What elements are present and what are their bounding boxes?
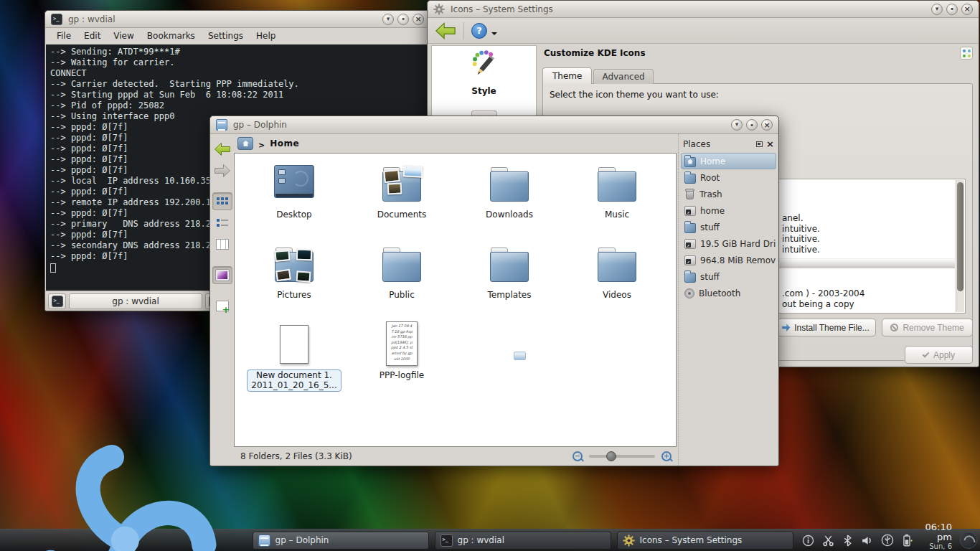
taskbar-task[interactable]: gp : wvdial xyxy=(435,532,611,550)
tab-bar: Theme Advanced xyxy=(542,67,654,84)
taskbar-task[interactable]: gp – Dolphin xyxy=(253,532,429,550)
volume-icon[interactable] xyxy=(861,534,873,547)
file-item[interactable]: Downloads xyxy=(456,161,563,241)
terminal-titlebar[interactable]: gp : wvdial xyxy=(45,11,430,28)
bluetooth-icon[interactable] xyxy=(842,534,853,547)
preview-icon xyxy=(216,270,229,281)
split-view-button[interactable] xyxy=(212,297,232,315)
terminal-menubar: FileEditViewBookmarksSettingsHelp xyxy=(45,28,430,44)
battery-icon[interactable] xyxy=(902,534,913,547)
close-button[interactable] xyxy=(413,14,424,25)
dolphin-file-view[interactable]: DesktopDocumentsDownloadsMusicPicturesPu… xyxy=(234,153,677,447)
scrollbar[interactable] xyxy=(956,180,964,312)
place-item[interactable]: home xyxy=(681,202,776,219)
place-item[interactable]: Root xyxy=(681,169,776,186)
place-item[interactable]: stuff xyxy=(681,219,776,235)
preview-button[interactable] xyxy=(212,266,232,284)
desktop-icon xyxy=(271,161,317,207)
system-tray xyxy=(802,534,913,547)
forward-button[interactable] xyxy=(212,161,232,179)
dolphin-window-controls xyxy=(731,119,773,131)
file-item[interactable]: New document 1. 2011_01_20_16_5... xyxy=(240,321,348,402)
place-item[interactable]: 964.8 MiB Remov... xyxy=(681,252,776,268)
place-item-label: stuff xyxy=(700,272,720,282)
icons-view-button[interactable] xyxy=(212,192,232,210)
place-item-label: Home xyxy=(700,156,725,166)
digital-clock[interactable]: 06:10 pm Sun, 6 Feb xyxy=(925,522,952,551)
close-panel-icon[interactable] xyxy=(766,139,774,149)
place-item[interactable]: 19.5 GiB Hard Drive xyxy=(681,235,776,252)
remove-theme-button[interactable]: Remove Theme xyxy=(882,319,973,336)
zoom-out-button[interactable] xyxy=(573,451,583,461)
new-tab-button[interactable] xyxy=(48,293,66,309)
file-item[interactable]: Templates xyxy=(456,241,563,321)
home-icon[interactable] xyxy=(237,137,253,150)
clock-date: Sun, 6 Feb xyxy=(925,542,952,551)
place-item-label: home xyxy=(700,206,725,216)
close-button[interactable] xyxy=(961,4,973,15)
menu-help[interactable]: Help xyxy=(250,30,281,42)
menu-view[interactable]: View xyxy=(108,30,139,42)
file-item[interactable]: Pictures xyxy=(240,241,348,321)
install-theme-button[interactable]: Install Theme File... xyxy=(776,319,876,336)
back-button[interactable] xyxy=(212,140,232,158)
close-button[interactable] xyxy=(761,119,773,131)
minimize-button[interactable] xyxy=(731,119,743,131)
minimize-button[interactable] xyxy=(931,4,943,15)
breadcrumb-location[interactable]: Home xyxy=(270,138,299,149)
place-item[interactable]: Bluetooth xyxy=(681,285,776,301)
details-view-button[interactable] xyxy=(212,214,232,232)
places-list: HomeRootTrashhomestuff19.5 GiB Hard Driv… xyxy=(681,153,776,301)
dolphin-icon xyxy=(258,534,270,547)
file-item[interactable]: Videos xyxy=(563,241,671,321)
menu-bookmarks[interactable]: Bookmarks xyxy=(141,30,201,42)
menu-edit[interactable]: Edit xyxy=(78,30,106,42)
info-tray-icon[interactable] xyxy=(802,534,814,547)
tab-advanced[interactable]: Advanced xyxy=(593,69,653,84)
zoom-slider[interactable] xyxy=(589,455,655,458)
menu-file[interactable]: File xyxy=(51,30,77,42)
dolphin-titlebar[interactable]: gp – Dolphin xyxy=(210,116,778,134)
scrollbar-thumb[interactable] xyxy=(957,182,963,291)
back-button[interactable] xyxy=(435,22,456,40)
select-theme-prompt: Select the icon theme you want to use: xyxy=(550,90,719,100)
launcher-icon[interactable] xyxy=(2,418,248,551)
taskbar-task[interactable]: Icons – System Settings xyxy=(617,532,793,550)
klipper-scissors-icon[interactable] xyxy=(822,534,834,547)
sidebar-item-style[interactable]: Style xyxy=(432,50,536,96)
terminal-cursor xyxy=(50,263,56,273)
maximize-button[interactable] xyxy=(946,4,958,15)
minimize-button[interactable] xyxy=(382,14,394,25)
system-settings-titlebar[interactable]: Icons – System Settings xyxy=(428,1,979,18)
file-item[interactable]: Jan 17 09:4 7:18 gp-Asp ire-5738 pp pd[1… xyxy=(348,321,456,402)
folder-icon xyxy=(684,174,696,184)
terminal-tab[interactable]: gp : wvdial xyxy=(69,293,202,309)
maximize-button[interactable] xyxy=(746,119,758,131)
tab-theme[interactable]: Theme xyxy=(542,67,592,84)
taskbar: gp – Dolphingp : wvdialIcons – System Se… xyxy=(0,529,980,551)
place-item[interactable]: Trash xyxy=(681,186,776,202)
zoom-in-button[interactable] xyxy=(661,451,672,461)
status-text: 8 Folders, 2 Files (3.3 KiB) xyxy=(240,451,352,461)
place-item[interactable]: stuff xyxy=(681,268,776,285)
file-item[interactable]: Music xyxy=(563,161,671,241)
maximize-button[interactable] xyxy=(397,14,409,25)
remove-theme-label: Remove Theme xyxy=(903,323,963,333)
folder-icon xyxy=(594,161,640,207)
file-item[interactable]: Desktop xyxy=(240,161,348,241)
panel-toolbox-icon[interactable] xyxy=(960,532,977,549)
help-button[interactable] xyxy=(471,23,487,39)
menu-settings[interactable]: Settings xyxy=(202,30,249,42)
dolphin-app-icon xyxy=(216,119,227,131)
task-label: Icons – System Settings xyxy=(640,535,743,545)
dolphin-window: gp – Dolphin xyxy=(209,116,779,466)
zoom-slider-thumb[interactable] xyxy=(606,451,616,461)
detach-panel-icon[interactable] xyxy=(756,141,763,147)
usb-device-notifier-icon[interactable] xyxy=(881,534,894,547)
apply-button[interactable]: Apply xyxy=(905,346,973,364)
drive-icon xyxy=(684,255,696,265)
place-item[interactable]: Home xyxy=(681,153,776,169)
file-item[interactable]: Public xyxy=(348,241,456,321)
file-item[interactable]: Documents xyxy=(348,161,456,241)
columns-view-button[interactable] xyxy=(212,235,232,253)
